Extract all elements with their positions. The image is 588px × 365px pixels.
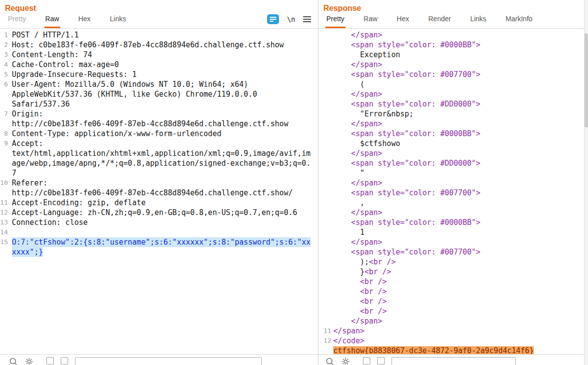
line-number bbox=[320, 79, 331, 89]
newline-toggle-icon[interactable]: \n bbox=[287, 15, 295, 23]
tab-raw[interactable]: Raw bbox=[44, 15, 60, 28]
request-header-text: age/webp,image/apng,*/*;q=0.8,applicatio… bbox=[12, 158, 311, 168]
line-number bbox=[320, 30, 331, 40]
response-header: Response PrettyRawHexRenderLinksMarkInfo bbox=[318, 0, 588, 29]
search-icon[interactable] bbox=[325, 357, 334, 365]
tab-links[interactable]: Links bbox=[109, 15, 127, 28]
request-body-text: O:7:"ctFshow":2:{s:8:"username";s:6:"xxx… bbox=[12, 237, 311, 247]
request-header-text: Content-Length: 74 bbox=[12, 50, 92, 60]
request-header-text: Accept-Encoding: gzip, deflate bbox=[12, 198, 146, 208]
line-number: 4 bbox=[0, 60, 8, 70]
line-number bbox=[320, 129, 331, 139]
response-viewer[interactable]: </span><span style="color: #0000BB">Exce… bbox=[318, 29, 588, 354]
vertical-scrollbar[interactable] bbox=[584, 0, 588, 365]
request-header-text: Connection: close bbox=[12, 218, 88, 227]
response-line: </span> bbox=[320, 178, 588, 188]
line-number bbox=[320, 316, 331, 326]
response-line: </span> bbox=[320, 237, 588, 247]
tab-raw[interactable]: Raw bbox=[363, 15, 379, 28]
tab-hex[interactable]: Hex bbox=[78, 15, 92, 28]
response-line: , bbox=[320, 198, 588, 208]
line-number: 12 bbox=[0, 208, 8, 218]
request-header-text: http://c0be183f-fe06-409f-87eb-4cc88d894… bbox=[12, 119, 288, 129]
gear-icon[interactable] bbox=[25, 357, 34, 365]
tab-links[interactable]: Links bbox=[469, 15, 487, 28]
request-line: 5Upgrade-Insecure-Requests: 1 bbox=[0, 70, 318, 79]
gear-icon[interactable] bbox=[341, 357, 350, 365]
code-text: } bbox=[360, 267, 364, 276]
line-number: 6 bbox=[0, 79, 8, 89]
response-line: </span> bbox=[320, 208, 588, 218]
response-line: <span style="color: #0000BB"> bbox=[320, 218, 588, 227]
code-text: " bbox=[360, 169, 364, 178]
line-number bbox=[320, 346, 331, 354]
response-line: <span style="color: #007700"> bbox=[320, 188, 588, 198]
search-option-checkbox[interactable] bbox=[363, 357, 370, 365]
scrollbar-thumb[interactable] bbox=[585, 34, 588, 127]
html-tag-text: </span> bbox=[351, 149, 382, 158]
tab-pretty[interactable]: Pretty bbox=[7, 15, 27, 28]
request-header-text: User-Agent: Mozilla/5.0 (Windows NT 10.0… bbox=[12, 79, 248, 89]
pretty-format-icon[interactable] bbox=[267, 14, 279, 24]
search-option-checkbox[interactable] bbox=[61, 357, 68, 365]
line-number bbox=[0, 168, 8, 178]
search-option-checkbox[interactable] bbox=[377, 357, 385, 365]
response-line: <br /> bbox=[320, 296, 588, 306]
search-option-checkbox[interactable] bbox=[46, 357, 54, 365]
response-line: </span> bbox=[320, 316, 588, 326]
request-panel: Request PrettyRawHexLinks \n 1POST / HTT… bbox=[0, 0, 318, 365]
tab-hex[interactable]: Hex bbox=[396, 15, 410, 28]
response-line: </span> bbox=[320, 148, 588, 158]
request-line: 1POST / HTTP/1.1 bbox=[0, 30, 318, 40]
request-header-text: POST / HTTP/1.1 bbox=[12, 30, 78, 40]
request-header-text: Upgrade-Insecure-Requests: 1 bbox=[12, 70, 137, 79]
line-number: 12 bbox=[320, 336, 331, 346]
response-line: </span> bbox=[320, 30, 588, 40]
search-input[interactable] bbox=[392, 357, 516, 365]
line-number bbox=[320, 237, 331, 247]
request-header-text: Origin: bbox=[12, 109, 43, 119]
response-title: Response bbox=[318, 0, 588, 13]
html-tag-text: <span style="color: #007700"> bbox=[351, 70, 480, 79]
request-header-text: http://c0be183f-fe06-409f-87eb-4cc88d894… bbox=[12, 188, 293, 198]
line-number bbox=[320, 99, 331, 109]
flag-highlight: ctfshow{b8838067-dc3e-4872-9af0-2a9c9d4c… bbox=[333, 346, 534, 354]
request-header-text: text/html,application/xhtml+xml,applicat… bbox=[12, 148, 311, 158]
line-number bbox=[320, 277, 331, 287]
line-number bbox=[320, 50, 331, 60]
line-number: 14 bbox=[0, 227, 8, 237]
request-line: 8Content-Type: application/x-www-form-ur… bbox=[0, 129, 318, 139]
menu-icon[interactable] bbox=[303, 15, 311, 23]
request-header-text: Accept: bbox=[12, 139, 43, 148]
request-line: 9Accept: bbox=[0, 139, 318, 148]
html-tag-text: </span> bbox=[351, 317, 382, 326]
response-line: <span style="color: #0000BB"> bbox=[320, 129, 588, 139]
request-line: 7Origin: bbox=[0, 109, 318, 119]
response-line: 1 bbox=[320, 227, 588, 237]
line-number bbox=[320, 306, 331, 316]
tab-markinfo[interactable]: MarkInfo bbox=[505, 15, 533, 28]
html-tag-text: </code> bbox=[333, 336, 364, 345]
line-number bbox=[320, 178, 331, 188]
response-line: 12</code> bbox=[320, 336, 588, 346]
line-number: 2 bbox=[0, 40, 8, 50]
request-line: AppleWebKit/537.36 (KHTML, like Gecko) C… bbox=[0, 89, 318, 99]
request-line: 10Referer: bbox=[0, 178, 318, 188]
search-icon[interactable] bbox=[9, 357, 18, 365]
tab-render[interactable]: Render bbox=[428, 15, 452, 28]
request-header-text: 7 bbox=[12, 168, 16, 178]
request-line: 14 bbox=[0, 227, 318, 237]
line-number bbox=[320, 89, 331, 99]
request-line: 7 bbox=[0, 168, 318, 178]
request-tabs-row: PrettyRawHexLinks \n bbox=[0, 13, 318, 29]
line-number bbox=[0, 247, 8, 257]
line-number bbox=[320, 208, 331, 218]
html-tag-text: <span style="color: #DD0000"> bbox=[351, 100, 480, 109]
html-tag-text: </span> bbox=[351, 119, 382, 128]
response-line: <br /> bbox=[320, 287, 588, 296]
response-line: <span style="color: #DD0000"> bbox=[320, 99, 588, 109]
response-line: "Error&nbsp; bbox=[320, 109, 588, 119]
request-editor[interactable]: 1POST / HTTP/1.12Host: c0be183f-fe06-409… bbox=[0, 29, 318, 354]
search-input[interactable] bbox=[75, 357, 262, 365]
tab-pretty[interactable]: Pretty bbox=[325, 15, 346, 28]
